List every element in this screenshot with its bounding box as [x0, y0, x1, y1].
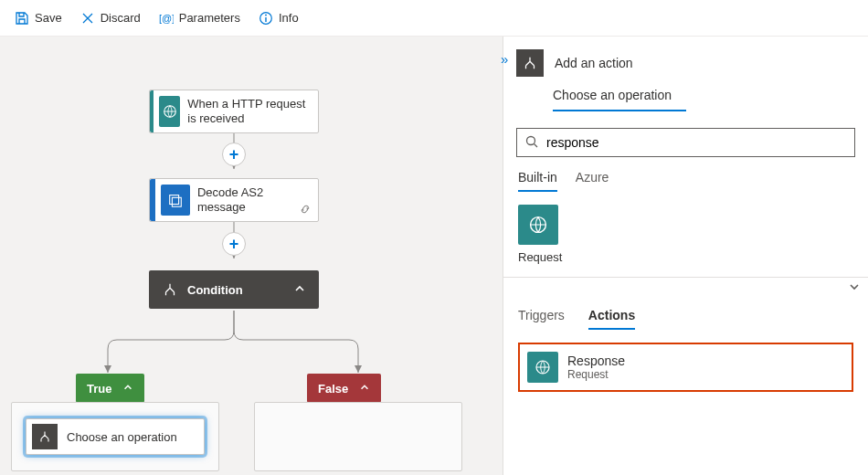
discard-button[interactable]: Discard — [73, 7, 148, 29]
svg-marker-8 — [104, 365, 111, 373]
choose-operation-label: Choose an operation — [67, 430, 177, 444]
subtab-triggers[interactable]: Triggers — [518, 308, 565, 330]
svg-rect-12 — [172, 197, 181, 206]
request-connector-icon — [518, 205, 558, 245]
expand-row[interactable] — [503, 277, 868, 299]
chevron-up-icon — [122, 382, 133, 396]
parameters-icon: [@] — [159, 11, 174, 26]
decode-as2-node[interactable]: Decode AS2 message — [149, 178, 319, 222]
designer-canvas[interactable]: When a HTTP request is received + Decode… — [0, 37, 503, 475]
connector-request[interactable]: Request — [503, 192, 868, 277]
info-button[interactable]: Info — [251, 7, 306, 29]
action-item-title: Response — [567, 354, 625, 368]
true-badge[interactable]: True — [76, 374, 144, 403]
svg-point-13 — [527, 136, 535, 144]
condition-label: Condition — [187, 283, 243, 297]
decode-icon — [161, 185, 190, 216]
panel-title: Add an action — [555, 56, 633, 70]
search-input[interactable] — [546, 135, 847, 150]
false-branch-box[interactable] — [254, 402, 462, 471]
discard-icon — [80, 11, 95, 26]
subtitle-underline — [553, 110, 686, 111]
chevron-down-icon — [848, 280, 861, 296]
parameters-button[interactable]: [@] Parameters — [152, 7, 248, 29]
link-icon — [299, 203, 312, 218]
subtab-actions[interactable]: Actions — [588, 308, 635, 330]
request-connector-label: Request — [518, 250, 562, 264]
tab-builtin[interactable]: Built-in — [518, 170, 557, 192]
http-icon — [159, 96, 180, 127]
chevron-up-icon — [293, 282, 306, 298]
svg-rect-11 — [170, 195, 179, 205]
save-label: Save — [35, 11, 62, 25]
tab-azure[interactable]: Azure — [576, 170, 609, 192]
search-icon — [524, 134, 539, 152]
flow-icon — [516, 49, 544, 77]
true-label: True — [87, 382, 111, 396]
node-accent — [150, 90, 153, 132]
action-item-response[interactable]: Response Request — [518, 343, 853, 392]
response-action-icon — [527, 352, 558, 383]
svg-point-3 — [265, 14, 267, 16]
action-panel: » Add an action Choose an operation Buil… — [503, 37, 868, 475]
search-box[interactable] — [516, 128, 855, 157]
svg-line-14 — [535, 143, 538, 147]
discard-label: Discard — [101, 11, 141, 25]
condition-icon — [162, 281, 178, 298]
false-badge[interactable]: False — [307, 374, 381, 403]
info-icon — [259, 11, 273, 26]
info-label: Info — [279, 11, 299, 25]
http-trigger-node[interactable]: When a HTTP request is received — [149, 90, 319, 133]
svg-marker-9 — [355, 365, 362, 373]
http-trigger-label: When a HTTP request is received — [185, 93, 318, 131]
connector-scope-tabs: Built-in Azure — [503, 157, 868, 192]
condition-node[interactable]: Condition — [149, 270, 319, 309]
choose-operation-card[interactable]: Choose an operation — [26, 418, 205, 455]
top-toolbar: Save Discard [@] Parameters Info — [0, 0, 868, 37]
node-accent — [150, 179, 155, 221]
action-item-subtitle: Request — [567, 368, 625, 381]
panel-subtitle: Choose an operation — [503, 80, 868, 102]
add-step-button-1[interactable]: + — [222, 142, 246, 166]
save-button[interactable]: Save — [7, 7, 69, 29]
flow-icon — [32, 424, 58, 449]
triggers-actions-tabs: Triggers Actions — [503, 299, 868, 330]
false-label: False — [318, 382, 348, 396]
svg-text:[@]: [@] — [159, 13, 174, 24]
save-icon — [15, 11, 29, 26]
parameters-label: Parameters — [179, 11, 240, 25]
add-step-button-2[interactable]: + — [222, 232, 246, 256]
chevron-up-icon — [359, 382, 370, 396]
